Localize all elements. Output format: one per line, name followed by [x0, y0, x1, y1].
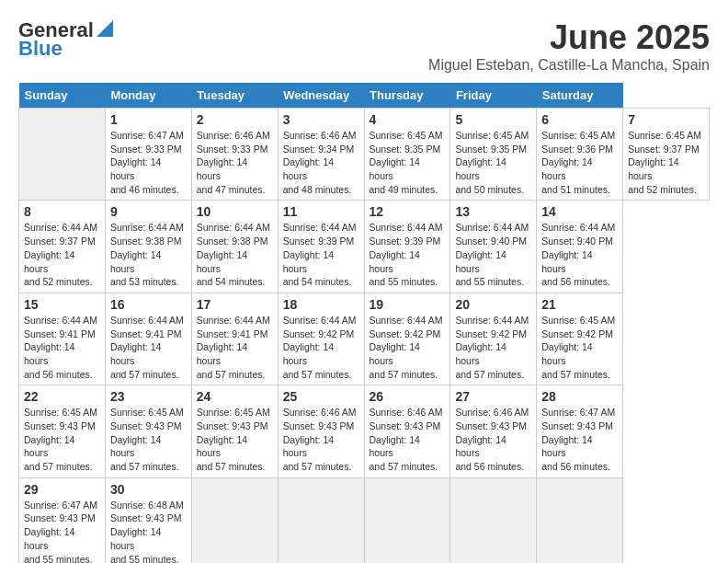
- day-30: 30Sunrise: 6:48 AM Sunset: 9:43 PM Dayli…: [105, 477, 191, 563]
- day-number: 17: [197, 297, 273, 312]
- day-1: 1Sunrise: 6:47 AM Sunset: 9:33 PM Daylig…: [105, 109, 191, 201]
- day-info: Sunrise: 6:44 AM Sunset: 9:42 PM Dayligh…: [283, 314, 359, 381]
- day-info: Sunrise: 6:44 AM Sunset: 9:41 PM Dayligh…: [197, 314, 273, 381]
- day-29: 29Sunrise: 6:47 AM Sunset: 9:43 PM Dayli…: [19, 477, 106, 563]
- day-28: 28Sunrise: 6:47 AM Sunset: 9:43 PM Dayli…: [537, 385, 623, 477]
- day-3: 3Sunrise: 6:46 AM Sunset: 9:34 PM Daylig…: [278, 109, 364, 201]
- day-17: 17Sunrise: 6:44 AM Sunset: 9:41 PM Dayli…: [191, 293, 278, 385]
- day-info: Sunrise: 6:44 AM Sunset: 9:42 PM Dayligh…: [370, 314, 446, 381]
- day-27: 27Sunrise: 6:46 AM Sunset: 9:43 PM Dayli…: [450, 385, 537, 477]
- day-11: 11Sunrise: 6:44 AM Sunset: 9:39 PM Dayli…: [278, 201, 364, 293]
- day-number: 22: [24, 389, 100, 404]
- day-info: Sunrise: 6:44 AM Sunset: 9:40 PM Dayligh…: [541, 221, 618, 288]
- day-number: 20: [455, 297, 531, 312]
- day-number: 13: [455, 204, 531, 219]
- day-number: 14: [541, 204, 618, 219]
- day-7: 7Sunrise: 6:45 AM Sunset: 9:37 PM Daylig…: [623, 109, 710, 201]
- day-16: 16Sunrise: 6:44 AM Sunset: 9:41 PM Dayli…: [105, 293, 191, 385]
- header-saturday: Saturday: [537, 83, 623, 109]
- day-12: 12Sunrise: 6:44 AM Sunset: 9:39 PM Dayli…: [364, 201, 450, 293]
- day-info: Sunrise: 6:47 AM Sunset: 9:43 PM Dayligh…: [541, 406, 618, 473]
- day-info: Sunrise: 6:45 AM Sunset: 9:35 PM Dayligh…: [455, 129, 531, 196]
- month-title: June 2025: [428, 18, 710, 57]
- empty-cell: [19, 109, 106, 201]
- day-info: Sunrise: 6:44 AM Sunset: 9:37 PM Dayligh…: [24, 221, 100, 288]
- day-24: 24Sunrise: 6:45 AM Sunset: 9:43 PM Dayli…: [191, 385, 278, 477]
- day-number: 4: [370, 112, 446, 127]
- day-number: 11: [283, 204, 359, 219]
- day-21: 21Sunrise: 6:45 AM Sunset: 9:42 PM Dayli…: [537, 293, 623, 385]
- day-number: 1: [110, 112, 187, 127]
- page-header: General Blue June 2025 Miguel Esteban, C…: [18, 18, 710, 74]
- day-25: 25Sunrise: 6:46 AM Sunset: 9:43 PM Dayli…: [278, 385, 364, 477]
- day-4: 4Sunrise: 6:45 AM Sunset: 9:35 PM Daylig…: [364, 109, 450, 201]
- day-info: Sunrise: 6:44 AM Sunset: 9:39 PM Dayligh…: [283, 221, 359, 288]
- day-number: 19: [370, 297, 446, 312]
- day-number: 29: [24, 482, 100, 497]
- day-info: Sunrise: 6:47 AM Sunset: 9:43 PM Dayligh…: [24, 499, 100, 563]
- day-info: Sunrise: 6:44 AM Sunset: 9:38 PM Dayligh…: [110, 221, 187, 288]
- day-8: 8Sunrise: 6:44 AM Sunset: 9:37 PM Daylig…: [19, 201, 106, 293]
- empty-cell: [278, 477, 364, 563]
- day-number: 24: [197, 389, 273, 404]
- day-5: 5Sunrise: 6:45 AM Sunset: 9:35 PM Daylig…: [450, 109, 537, 201]
- calendar-table: SundayMondayTuesdayWednesdayThursdayFrid…: [18, 83, 710, 563]
- day-info: Sunrise: 6:44 AM Sunset: 9:41 PM Dayligh…: [110, 314, 187, 381]
- day-20: 20Sunrise: 6:44 AM Sunset: 9:42 PM Dayli…: [450, 293, 537, 385]
- day-14: 14Sunrise: 6:44 AM Sunset: 9:40 PM Dayli…: [537, 201, 623, 293]
- header-row: SundayMondayTuesdayWednesdayThursdayFrid…: [19, 83, 710, 109]
- day-info: Sunrise: 6:46 AM Sunset: 9:33 PM Dayligh…: [197, 129, 273, 196]
- header-monday: Monday: [105, 83, 191, 109]
- day-26: 26Sunrise: 6:46 AM Sunset: 9:43 PM Dayli…: [364, 385, 450, 477]
- svg-marker-0: [97, 20, 113, 37]
- day-18: 18Sunrise: 6:44 AM Sunset: 9:42 PM Dayli…: [278, 293, 364, 385]
- day-info: Sunrise: 6:46 AM Sunset: 9:34 PM Dayligh…: [283, 129, 359, 196]
- logo: General Blue: [18, 18, 113, 61]
- day-22: 22Sunrise: 6:45 AM Sunset: 9:43 PM Dayli…: [19, 385, 106, 477]
- day-info: Sunrise: 6:45 AM Sunset: 9:43 PM Dayligh…: [197, 406, 273, 473]
- header-wednesday: Wednesday: [278, 83, 364, 109]
- logo-triangle-icon: [97, 20, 113, 37]
- day-number: 8: [24, 204, 100, 219]
- day-number: 26: [370, 389, 446, 404]
- header-friday: Friday: [450, 83, 537, 109]
- empty-cell: [450, 477, 537, 563]
- day-number: 27: [455, 389, 531, 404]
- day-number: 3: [283, 112, 359, 127]
- day-number: 18: [283, 297, 359, 312]
- day-number: 6: [541, 112, 618, 127]
- day-number: 28: [541, 389, 618, 404]
- empty-cell: [537, 477, 623, 563]
- logo-blue: Blue: [18, 37, 63, 61]
- day-info: Sunrise: 6:45 AM Sunset: 9:36 PM Dayligh…: [541, 129, 618, 196]
- day-info: Sunrise: 6:48 AM Sunset: 9:43 PM Dayligh…: [110, 499, 187, 563]
- day-13: 13Sunrise: 6:44 AM Sunset: 9:40 PM Dayli…: [450, 201, 537, 293]
- day-number: 5: [455, 112, 531, 127]
- day-15: 15Sunrise: 6:44 AM Sunset: 9:41 PM Dayli…: [19, 293, 106, 385]
- day-info: Sunrise: 6:45 AM Sunset: 9:43 PM Dayligh…: [24, 406, 100, 473]
- week-row-4: 29Sunrise: 6:47 AM Sunset: 9:43 PM Dayli…: [19, 477, 710, 563]
- day-number: 7: [628, 112, 704, 127]
- day-info: Sunrise: 6:44 AM Sunset: 9:41 PM Dayligh…: [24, 314, 100, 381]
- location: Miguel Esteban, Castille-La Mancha, Spai…: [428, 57, 710, 74]
- day-number: 15: [24, 297, 100, 312]
- header-thursday: Thursday: [364, 83, 450, 109]
- day-info: Sunrise: 6:44 AM Sunset: 9:39 PM Dayligh…: [370, 221, 446, 288]
- day-number: 25: [283, 389, 359, 404]
- week-row-1: 8Sunrise: 6:44 AM Sunset: 9:37 PM Daylig…: [19, 201, 710, 293]
- empty-cell: [191, 477, 278, 563]
- day-number: 2: [197, 112, 273, 127]
- day-info: Sunrise: 6:47 AM Sunset: 9:33 PM Dayligh…: [110, 129, 187, 196]
- day-info: Sunrise: 6:46 AM Sunset: 9:43 PM Dayligh…: [370, 406, 446, 473]
- week-row-2: 15Sunrise: 6:44 AM Sunset: 9:41 PM Dayli…: [19, 293, 710, 385]
- day-info: Sunrise: 6:46 AM Sunset: 9:43 PM Dayligh…: [283, 406, 359, 473]
- day-info: Sunrise: 6:44 AM Sunset: 9:40 PM Dayligh…: [455, 221, 531, 288]
- header-tuesday: Tuesday: [191, 83, 278, 109]
- day-6: 6Sunrise: 6:45 AM Sunset: 9:36 PM Daylig…: [537, 109, 623, 201]
- day-23: 23Sunrise: 6:45 AM Sunset: 9:43 PM Dayli…: [105, 385, 191, 477]
- day-2: 2Sunrise: 6:46 AM Sunset: 9:33 PM Daylig…: [191, 109, 278, 201]
- day-info: Sunrise: 6:45 AM Sunset: 9:42 PM Dayligh…: [541, 314, 618, 381]
- day-10: 10Sunrise: 6:44 AM Sunset: 9:38 PM Dayli…: [191, 201, 278, 293]
- title-block: June 2025 Miguel Esteban, Castille-La Ma…: [428, 18, 710, 74]
- day-info: Sunrise: 6:45 AM Sunset: 9:35 PM Dayligh…: [370, 129, 446, 196]
